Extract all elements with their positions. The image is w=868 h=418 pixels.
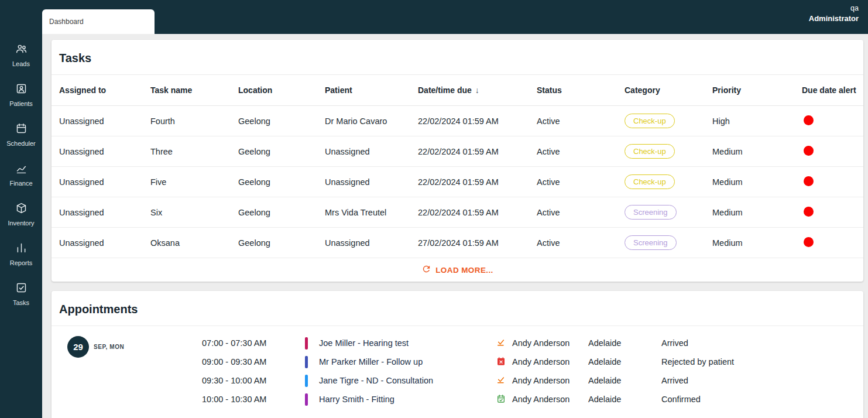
appointments-title: Appointments — [52, 291, 863, 326]
sidebar-item-reports[interactable]: Reports — [0, 234, 42, 274]
cell-priority: Medium — [712, 238, 802, 248]
col-header-date-time-due[interactable]: Date/time due↓ — [418, 85, 537, 95]
sidebar-item-label: Leads — [12, 60, 30, 67]
task-row[interactable]: Unassigned Three Geelong Unassigned 22/0… — [52, 136, 863, 167]
cell-status: Active — [537, 177, 625, 187]
appointment-title-link[interactable]: Harry Smith - Fitting — [319, 395, 496, 404]
sidebar-item-inventory[interactable]: Inventory — [0, 194, 42, 234]
cell-priority: Medium — [712, 208, 802, 217]
category-badge: Check-up — [625, 144, 675, 159]
appointment-title-link[interactable]: Joe Miller - Hearing test — [319, 338, 496, 348]
cell-patient: Unassigned — [325, 147, 418, 156]
cell-task-name: Six — [150, 208, 238, 217]
cell-due-date: 27/02/2024 01:59 AM — [418, 238, 537, 248]
day-label: SEP, MON — [94, 344, 124, 350]
col-header-task-name[interactable]: Task name — [150, 85, 238, 95]
cell-category: Check-up — [625, 174, 712, 189]
appointment-location: Adelaide — [588, 376, 661, 385]
sidebar-item-leads[interactable]: Leads — [0, 35, 42, 75]
appointment-time: 10:00 - 10:30 AM — [202, 395, 305, 404]
user-menu[interactable]: qa Administrator — [809, 4, 859, 23]
cell-due-date-alert — [802, 146, 863, 157]
category-badge: Check-up — [625, 114, 675, 128]
col-header-category[interactable]: Category — [625, 85, 712, 95]
appointment-row[interactable]: 07:00 - 07:30 AM Joe Miller - Hearing te… — [202, 334, 863, 352]
appointment-type-bar — [305, 393, 319, 406]
sidebar-item-patients[interactable]: Patients — [0, 75, 42, 115]
cell-assigned-to: Unassigned — [59, 238, 150, 248]
cell-patient: Unassigned — [325, 238, 418, 248]
col-header-due-date-alert[interactable]: Due date alert — [802, 85, 863, 95]
cell-due-date: 22/02/2024 01:59 AM — [418, 117, 537, 126]
bar-chart-icon — [15, 242, 28, 256]
sidebar-item-scheduler[interactable]: Scheduler — [0, 115, 42, 155]
refresh-icon — [421, 264, 431, 276]
confirmed-calendar-icon — [496, 394, 506, 405]
appointment-status: Rejected by patient — [661, 357, 863, 366]
sidebar-item-tasks[interactable]: Tasks — [0, 274, 42, 314]
appointment-title-link[interactable]: Mr Parker Miller - Follow up — [319, 357, 496, 366]
cell-location: Geelong — [238, 147, 325, 156]
appointments-body: 29 SEP, MON 07:00 - 07:30 AM Joe Miller … — [52, 326, 863, 409]
cell-due-date-alert — [802, 237, 863, 249]
appointment-row[interactable]: 10:00 - 10:30 AM Harry Smith - Fitting A… — [202, 390, 863, 409]
sidebar-item-label: Patients — [9, 100, 33, 107]
rejected-calendar-icon — [496, 357, 506, 368]
tab-label: Dashboard — [49, 18, 84, 26]
appointment-type-bar — [305, 337, 319, 350]
cell-assigned-to: Unassigned — [59, 177, 150, 187]
sidebar: Leads Patients Scheduler Finance Invento… — [0, 0, 42, 418]
appointment-date: 29 SEP, MON — [59, 334, 202, 358]
cell-patient: Dr Mario Cavaro — [325, 117, 418, 126]
task-row[interactable]: Unassigned Fourth Geelong Dr Mario Cavar… — [52, 106, 863, 136]
load-more-button[interactable]: LOAD MORE... — [52, 258, 863, 282]
sidebar-item-finance[interactable]: Finance — [0, 155, 42, 194]
appointment-staff: Andy Anderson — [512, 357, 588, 366]
alert-dot-icon — [804, 237, 814, 247]
tab-dashboard[interactable]: Dashboard — [42, 9, 155, 34]
user-name: qa — [809, 4, 859, 13]
app-root: Leads Patients Scheduler Finance Invento… — [0, 0, 868, 418]
appointment-row[interactable]: 09:00 - 09:30 AM Mr Parker Miller - Foll… — [202, 352, 863, 371]
user-role: Administrator — [809, 13, 859, 23]
task-check-icon — [15, 282, 28, 296]
appointment-title-link[interactable]: Jane Tigre - ND - Consultation — [319, 376, 496, 385]
appointment-status: Arrived — [661, 376, 863, 385]
finance-icon — [15, 162, 28, 177]
appointment-type-bar — [305, 356, 319, 368]
col-header-status[interactable]: Status — [537, 85, 625, 95]
appointment-staff: Andy Anderson — [512, 376, 588, 385]
appointment-time: 09:00 - 09:30 AM — [202, 357, 305, 366]
appointment-staff: Andy Anderson — [512, 338, 588, 348]
cell-status: Active — [537, 147, 625, 156]
task-row[interactable]: Unassigned Six Geelong Mrs Vida Treutel … — [52, 197, 863, 228]
day-badge: 29 — [67, 336, 89, 358]
tasks-card: Tasks Assigned to Task name Location Pat… — [52, 40, 863, 282]
sidebar-item-label: Inventory — [8, 220, 34, 227]
col-header-location[interactable]: Location — [238, 85, 325, 95]
task-row[interactable]: Unassigned Five Geelong Unassigned 22/02… — [52, 167, 863, 197]
topbar: Dashboard qa Administrator — [42, 0, 868, 34]
col-header-assigned-to[interactable]: Assigned to — [59, 85, 150, 95]
arrived-check-icon — [496, 338, 506, 349]
task-row[interactable]: Unassigned Oksana Geelong Unassigned 27/… — [52, 228, 863, 258]
appointment-staff: Andy Anderson — [512, 395, 588, 404]
cell-location: Geelong — [238, 117, 325, 126]
appointment-status: Arrived — [661, 338, 863, 348]
cell-priority: High — [712, 117, 802, 126]
col-header-patient[interactable]: Patient — [325, 85, 418, 95]
appointment-location: Adelaide — [588, 395, 661, 404]
category-badge: Screening — [625, 205, 677, 220]
appointment-row[interactable]: 09:30 - 10:00 AM Jane Tigre - ND - Consu… — [202, 371, 863, 390]
cell-category: Screening — [625, 235, 712, 250]
appointment-time: 07:00 - 07:30 AM — [202, 338, 305, 348]
alert-dot-icon — [804, 146, 814, 156]
tasks-table-header: Assigned to Task name Location Patient D… — [52, 75, 863, 106]
appointment-location: Adelaide — [588, 357, 661, 366]
col-header-priority[interactable]: Priority — [712, 85, 802, 95]
cell-task-name: Three — [150, 147, 238, 156]
main-area: Dashboard qa Administrator Tasks Assigne… — [42, 0, 868, 418]
cell-location: Geelong — [238, 177, 325, 187]
cell-task-name: Fourth — [150, 117, 238, 126]
tasks-title: Tasks — [52, 40, 863, 75]
